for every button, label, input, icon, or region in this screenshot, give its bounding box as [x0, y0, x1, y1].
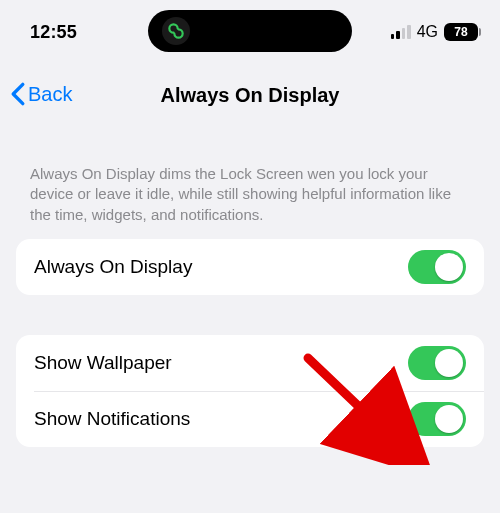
group-main-toggle: Always On Display	[16, 239, 484, 295]
cellular-signal-icon	[391, 25, 411, 39]
island-activity-icon	[162, 17, 190, 45]
row-label: Show Wallpaper	[34, 352, 172, 374]
dynamic-island	[148, 10, 352, 52]
battery-level: 78	[454, 25, 467, 39]
battery-icon: 78	[444, 23, 478, 41]
row-always-on-display[interactable]: Always On Display	[16, 239, 484, 295]
row-show-notifications[interactable]: Show Notifications	[34, 391, 484, 447]
nav-header: Back Always On Display	[0, 74, 500, 124]
row-show-wallpaper[interactable]: Show Wallpaper	[16, 335, 484, 391]
row-label: Show Notifications	[34, 408, 190, 430]
toggle-show-wallpaper[interactable]	[408, 346, 466, 380]
row-label: Always On Display	[34, 256, 192, 278]
section-description: Always On Display dims the Lock Screen w…	[16, 164, 484, 239]
status-bar: 12:55 4G 78	[0, 0, 500, 54]
settings-content: Always On Display dims the Lock Screen w…	[0, 124, 500, 447]
status-time: 12:55	[30, 22, 77, 43]
toggle-show-notifications[interactable]	[408, 402, 466, 436]
page-title: Always On Display	[0, 84, 500, 107]
toggle-always-on-display[interactable]	[408, 250, 466, 284]
group-options: Show Wallpaper Show Notifications	[16, 335, 484, 447]
cellular-type: 4G	[417, 23, 438, 41]
status-right: 4G 78	[391, 23, 478, 41]
